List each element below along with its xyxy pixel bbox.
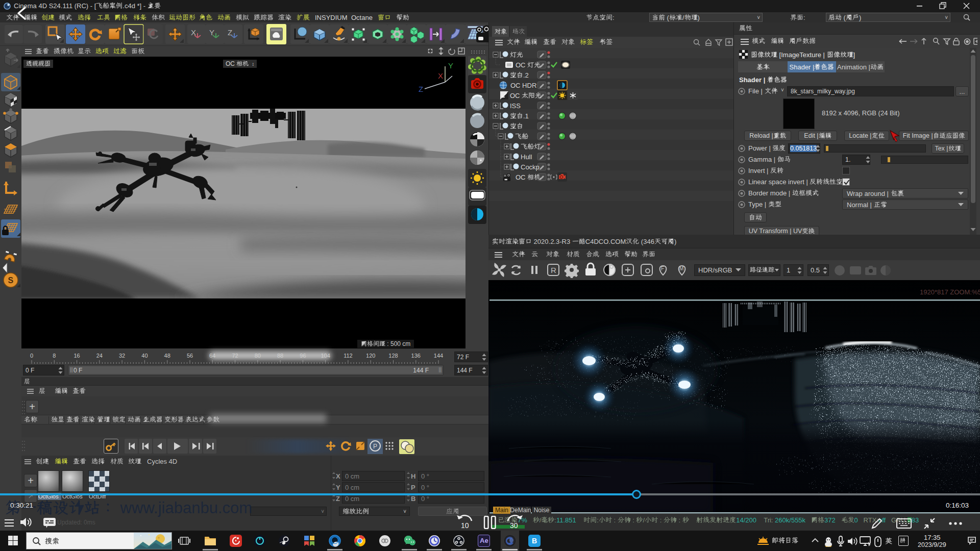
svg-text:Y: Y bbox=[448, 61, 453, 70]
svg-text:30: 30 bbox=[510, 521, 518, 530]
svg-text:128: 128 bbox=[388, 353, 398, 359]
svg-text:120: 120 bbox=[366, 353, 375, 359]
svg-text:136: 136 bbox=[411, 353, 421, 359]
svg-text:24: 24 bbox=[96, 353, 103, 359]
svg-text:0: 0 bbox=[30, 353, 33, 359]
svg-text:8: 8 bbox=[53, 353, 56, 359]
svg-text:Z: Z bbox=[419, 85, 423, 93]
svg-text:1920*817 ZOOM:%50: 1920*817 ZOOM:%50 bbox=[920, 288, 980, 296]
svg-text:48: 48 bbox=[164, 353, 170, 359]
svg-text:144: 144 bbox=[434, 353, 443, 359]
svg-text:X: X bbox=[438, 71, 443, 80]
svg-text:40: 40 bbox=[141, 353, 148, 359]
svg-text:R: R bbox=[551, 266, 556, 274]
svg-text:32: 32 bbox=[119, 353, 125, 359]
svg-text:112: 112 bbox=[344, 353, 353, 359]
svg-text:F: F bbox=[661, 266, 664, 271]
svg-text:56: 56 bbox=[187, 353, 193, 359]
svg-text:10: 10 bbox=[461, 521, 469, 530]
svg-text:S: S bbox=[8, 276, 14, 285]
svg-text:P: P bbox=[373, 443, 377, 450]
svg-text:16: 16 bbox=[74, 353, 80, 359]
svg-text:M: M bbox=[679, 266, 683, 271]
